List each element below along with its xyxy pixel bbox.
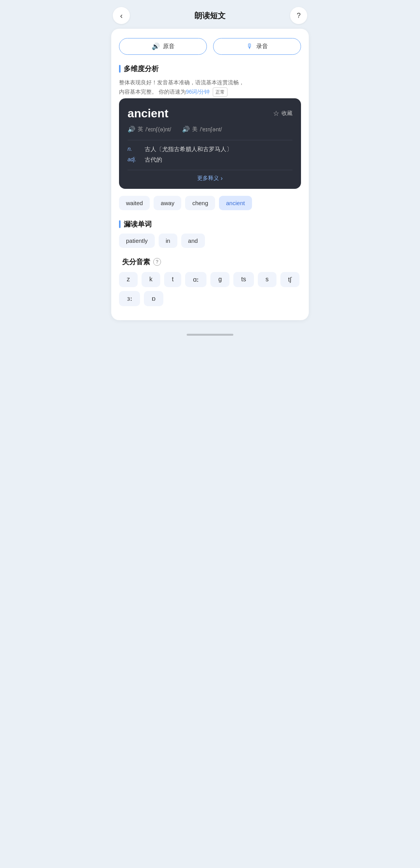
bookmark-button[interactable]: ☆ 收藏 xyxy=(273,109,292,118)
word-card: ancient ☆ 收藏 🔊 英 /'eɪnʃ(ə)nt/ 🔊 美 /'eɪnʃ… xyxy=(119,98,301,189)
microphone-icon: 🎙 xyxy=(247,43,253,51)
home-indicator xyxy=(187,334,233,336)
phonetic-en: 🔊 英 /'eɪnʃ(ə)nt/ xyxy=(128,125,171,133)
more-definitions-link[interactable]: 更多释义 › xyxy=(128,170,292,182)
back-button[interactable]: ‹ xyxy=(113,7,130,24)
keyword-tags: waited away cheng ancient xyxy=(119,196,301,210)
phonetic-us: 🔊 美 /'eɪnʃənt/ xyxy=(182,125,222,133)
phonetic-en-symbol: /'eɪnʃ(ə)nt/ xyxy=(145,126,171,132)
missed-tag-and[interactable]: and xyxy=(181,234,205,248)
more-definitions-label: 更多释义 xyxy=(197,175,219,182)
header: ‹ 朗读短文 ? xyxy=(105,0,315,29)
word-main: ancient xyxy=(128,107,168,120)
tag-waited[interactable]: waited xyxy=(119,196,150,210)
phoneme-tsh[interactable]: tʃ xyxy=(280,272,299,287)
tag-cheng[interactable]: cheng xyxy=(185,196,215,210)
missed-tags: patiently in and xyxy=(119,234,301,248)
speed-tag: 正常 xyxy=(213,87,228,97)
question-icon: ? xyxy=(297,12,301,20)
phonetic-us-lang: 美 xyxy=(192,126,198,133)
tag-away[interactable]: away xyxy=(154,196,181,210)
phoneme-s[interactable]: s xyxy=(258,272,276,287)
phonetic-en-lang: 英 xyxy=(138,126,143,133)
phoneme-k[interactable]: k xyxy=(142,272,160,287)
phonetic-us-symbol: /'eɪnʃənt/ xyxy=(200,126,222,132)
phoneme-t[interactable]: t xyxy=(164,272,181,287)
page-title: 朗读短文 xyxy=(194,10,226,21)
bookmark-label: 收藏 xyxy=(282,110,292,117)
chevron-right-icon: › xyxy=(220,175,222,182)
phoneme-z[interactable]: z xyxy=(119,272,138,287)
phoneme-a[interactable]: ɑː xyxy=(185,272,206,287)
phoneme-grid: z k t ɑː g ts s tʃ ɜː ɒ xyxy=(119,272,301,306)
missed-tag-in[interactable]: in xyxy=(159,234,177,248)
analysis-text: 整体表现良好！发音基本准确，语流基本连贯流畅， 内容基本完整。 你的语速为96词… xyxy=(119,78,301,97)
word-card-header: ancient ☆ 收藏 xyxy=(128,107,292,120)
definitions: n. 古人〔尤指古希腊人和古罗马人〕 adj. 古代的 更多释义 › xyxy=(128,140,292,182)
star-icon: ☆ xyxy=(273,109,279,118)
def-pos-1: n. xyxy=(128,146,142,153)
score-loss-section: 失分音素 ? z k t ɑː g ts s tʃ ɜː ɒ xyxy=(119,257,301,306)
definition-row-1: n. 古人〔尤指古希腊人和古罗马人〕 xyxy=(128,146,292,153)
missed-section-bar xyxy=(119,220,121,228)
score-help-icon[interactable]: ? xyxy=(153,258,161,266)
main-card: 🔊 原音 🎙 录音 多维度分析 整体表现良好！发音基本准确，语流基本连贯流畅， … xyxy=(111,29,309,320)
missed-tag-patiently[interactable]: patiently xyxy=(119,234,155,248)
def-pos-2: adj. xyxy=(128,156,142,164)
back-icon: ‹ xyxy=(120,11,123,20)
record-audio-button[interactable]: 🎙 录音 xyxy=(213,38,301,55)
help-button[interactable]: ? xyxy=(290,7,307,24)
audio-row: 🔊 原音 🎙 录音 xyxy=(119,38,301,55)
analysis-section-title: 多维度分析 xyxy=(119,64,301,73)
phoneme-ts[interactable]: ts xyxy=(233,272,254,287)
missed-words-section: 漏读单词 patiently in and xyxy=(119,220,301,248)
phoneme-o[interactable]: ɒ xyxy=(144,291,163,306)
tag-ancient[interactable]: ancient xyxy=(219,196,252,210)
score-loss-title: 失分音素 ? xyxy=(119,257,301,267)
speed-highlight: 96词/分钟 xyxy=(186,89,210,95)
missed-words-title: 漏读单词 xyxy=(119,220,301,229)
speaker-en-icon[interactable]: 🔊 xyxy=(128,125,135,133)
speaker-icon: 🔊 xyxy=(152,42,160,51)
bottom-bar xyxy=(105,329,315,343)
record-audio-label: 录音 xyxy=(256,43,268,50)
def-text-2: 古代的 xyxy=(145,156,162,164)
def-text-1: 古人〔尤指古希腊人和古罗马人〕 xyxy=(145,146,232,153)
phonetics-row: 🔊 英 /'eɪnʃ(ə)nt/ 🔊 美 /'eɪnʃənt/ xyxy=(128,125,292,133)
original-audio-label: 原音 xyxy=(163,43,175,50)
phoneme-er[interactable]: ɜː xyxy=(119,291,140,306)
section-bar xyxy=(119,65,121,73)
definition-row-2: adj. 古代的 xyxy=(128,156,292,164)
speaker-us-icon[interactable]: 🔊 xyxy=(182,125,190,133)
phoneme-g[interactable]: g xyxy=(210,272,229,287)
original-audio-button[interactable]: 🔊 原音 xyxy=(119,38,207,55)
